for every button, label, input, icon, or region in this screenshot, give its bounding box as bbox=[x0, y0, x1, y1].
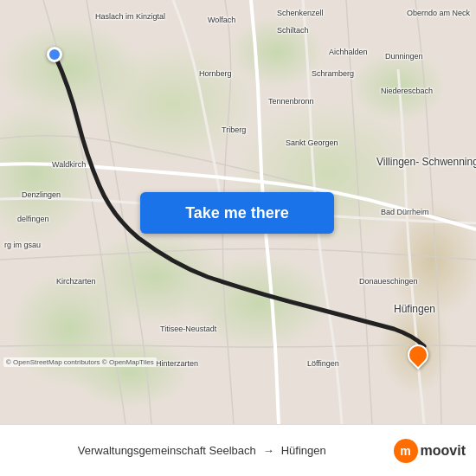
route-info: Verwaltungsgemeinschaft Seelbach → Hüfin… bbox=[10, 444, 394, 457]
take-me-there-button[interactable]: Take me there bbox=[140, 192, 334, 234]
map-attribution: © OpenStreetMap contributors © OpenMapTi… bbox=[3, 357, 157, 367]
map-label: Kirchzarten bbox=[56, 277, 96, 286]
map-label: Hornberg bbox=[199, 69, 232, 78]
map-label: Schiltach bbox=[277, 26, 309, 35]
map-label: Bad Dürrheim bbox=[381, 208, 429, 216]
map-label: Haslach im Kinzigtal bbox=[95, 12, 165, 21]
map-label: Hinterzarten bbox=[156, 359, 198, 368]
moovit-text: moovit bbox=[421, 443, 466, 459]
map-label: Schenkenzell bbox=[277, 9, 324, 17]
map-label: Sankt Georgen bbox=[286, 138, 338, 147]
origin-marker bbox=[47, 47, 62, 62]
bottom-bar: Verwaltungsgemeinschaft Seelbach → Hüfin… bbox=[0, 424, 476, 476]
moovit-logo: m moovit bbox=[394, 439, 466, 463]
map-label: delfingen bbox=[17, 215, 49, 223]
route-from: Verwaltungsgemeinschaft Seelbach bbox=[78, 444, 256, 457]
destination-marker bbox=[408, 344, 428, 372]
map-label: Triberg bbox=[222, 125, 246, 134]
map-label: Wolfach bbox=[208, 16, 235, 24]
map-label: Aichhalden bbox=[329, 48, 368, 56]
map-label: rg im gsau bbox=[4, 241, 41, 249]
moovit-icon: m bbox=[394, 439, 418, 463]
map-label: Donaueschingen bbox=[359, 277, 418, 286]
map-label: Löffingen bbox=[307, 359, 339, 368]
map-label: Hüfingen bbox=[394, 303, 435, 315]
map-label: Dunningen bbox=[385, 52, 423, 61]
route-to: Hüfingen bbox=[281, 444, 326, 457]
map-label: Denzlingen bbox=[22, 190, 61, 199]
map-container: SchenkenzellWolfachHaslach im KinzigtalA… bbox=[0, 0, 476, 424]
map-label: Schramberg bbox=[312, 69, 354, 78]
route-arrow-icon: → bbox=[263, 444, 274, 457]
map-label: Oberndo am Neck bbox=[407, 9, 470, 17]
map-label: Titisee-Neustadt bbox=[160, 325, 216, 333]
map-label: Villingen- Schwenningen bbox=[376, 156, 476, 168]
map-label: Niederescbach bbox=[381, 87, 433, 95]
map-label: Tennenbronn bbox=[268, 97, 314, 106]
map-label: Waldkirch bbox=[52, 160, 86, 169]
